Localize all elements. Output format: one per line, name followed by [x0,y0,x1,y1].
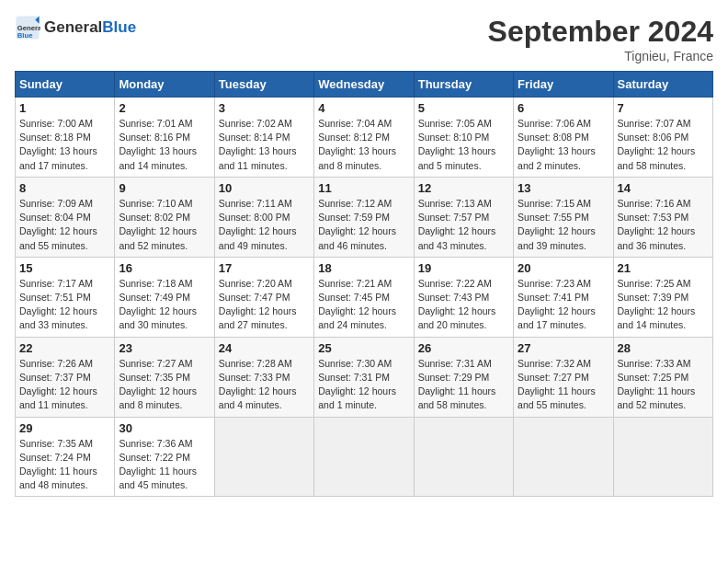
day-number: 28 [618,341,709,355]
day-info: Sunrise: 7:15 AMSunset: 7:55 PMDaylight:… [518,198,596,251]
col-saturday: Saturday [613,72,712,98]
day-number: 17 [219,261,310,275]
day-number: 9 [119,181,210,195]
day-info: Sunrise: 7:25 AMSunset: 7:39 PMDaylight:… [618,278,696,331]
table-row: 20Sunrise: 7:23 AMSunset: 7:41 PMDayligh… [514,257,613,337]
table-row [514,417,613,497]
day-info: Sunrise: 7:02 AMSunset: 8:14 PMDaylight:… [219,118,297,171]
day-number: 16 [119,261,210,275]
table-row: 4Sunrise: 7:04 AMSunset: 8:12 PMDaylight… [314,98,414,178]
day-info: Sunrise: 7:31 AMSunset: 7:29 PMDaylight:… [418,358,496,411]
header: General Blue GeneralBlue September 2024 … [15,15,713,63]
logo: General Blue GeneralBlue [15,15,136,40]
day-info: Sunrise: 7:36 AMSunset: 7:22 PMDaylight:… [119,438,197,491]
table-row: 11Sunrise: 7:12 AMSunset: 7:59 PMDayligh… [314,177,414,257]
table-row: 14Sunrise: 7:16 AMSunset: 7:53 PMDayligh… [613,177,712,257]
day-info: Sunrise: 7:23 AMSunset: 7:41 PMDaylight:… [518,278,596,331]
day-info: Sunrise: 7:17 AMSunset: 7:51 PMDaylight:… [19,278,97,331]
col-wednesday: Wednesday [314,72,414,98]
calendar-row: 22Sunrise: 7:26 AMSunset: 7:37 PMDayligh… [16,337,713,417]
table-row: 23Sunrise: 7:27 AMSunset: 7:35 PMDayligh… [115,337,214,417]
day-number: 26 [418,341,509,355]
title-area: September 2024 Tignieu, France [488,15,713,63]
day-info: Sunrise: 7:09 AMSunset: 8:04 PMDaylight:… [19,198,97,251]
day-info: Sunrise: 7:33 AMSunset: 7:25 PMDaylight:… [618,358,696,411]
col-sunday: Sunday [16,72,115,98]
col-tuesday: Tuesday [214,72,313,98]
table-row: 25Sunrise: 7:30 AMSunset: 7:31 PMDayligh… [314,337,414,417]
table-row [214,417,313,497]
table-row [613,417,712,497]
day-info: Sunrise: 7:04 AMSunset: 8:12 PMDaylight:… [318,118,396,171]
day-info: Sunrise: 7:27 AMSunset: 7:35 PMDaylight:… [119,358,197,411]
table-row: 30Sunrise: 7:36 AMSunset: 7:22 PMDayligh… [115,417,214,497]
day-info: Sunrise: 7:35 AMSunset: 7:24 PMDaylight:… [19,438,97,491]
table-row: 3Sunrise: 7:02 AMSunset: 8:14 PMDaylight… [214,98,313,178]
table-row: 18Sunrise: 7:21 AMSunset: 7:45 PMDayligh… [314,257,414,337]
day-info: Sunrise: 7:13 AMSunset: 7:57 PMDaylight:… [418,198,496,251]
table-row: 28Sunrise: 7:33 AMSunset: 7:25 PMDayligh… [613,337,712,417]
month-title: September 2024 [488,15,713,49]
day-number: 21 [618,261,709,275]
table-row: 21Sunrise: 7:25 AMSunset: 7:39 PMDayligh… [613,257,712,337]
day-number: 7 [618,101,709,115]
table-row: 26Sunrise: 7:31 AMSunset: 7:29 PMDayligh… [414,337,513,417]
day-number: 15 [19,261,110,275]
col-monday: Monday [115,72,214,98]
day-number: 5 [418,101,509,115]
day-info: Sunrise: 7:11 AMSunset: 8:00 PMDaylight:… [219,198,297,251]
day-number: 4 [318,101,409,115]
day-info: Sunrise: 7:32 AMSunset: 7:27 PMDaylight:… [518,358,596,411]
calendar-table: Sunday Monday Tuesday Wednesday Thursday… [15,71,713,497]
day-info: Sunrise: 7:07 AMSunset: 8:06 PMDaylight:… [618,118,696,171]
table-row: 19Sunrise: 7:22 AMSunset: 7:43 PMDayligh… [414,257,513,337]
day-number: 10 [219,181,310,195]
day-info: Sunrise: 7:26 AMSunset: 7:37 PMDaylight:… [19,358,97,411]
location-title: Tignieu, France [488,49,713,63]
day-info: Sunrise: 7:20 AMSunset: 7:47 PMDaylight:… [219,278,297,331]
day-info: Sunrise: 7:22 AMSunset: 7:43 PMDaylight:… [418,278,496,331]
day-info: Sunrise: 7:05 AMSunset: 8:10 PMDaylight:… [418,118,496,171]
day-info: Sunrise: 7:00 AMSunset: 8:18 PMDaylight:… [19,118,97,171]
day-number: 24 [219,341,310,355]
col-thursday: Thursday [414,72,513,98]
table-row: 13Sunrise: 7:15 AMSunset: 7:55 PMDayligh… [514,177,613,257]
day-number: 29 [19,421,110,435]
table-row: 27Sunrise: 7:32 AMSunset: 7:27 PMDayligh… [514,337,613,417]
day-number: 23 [119,341,210,355]
calendar-row: 29Sunrise: 7:35 AMSunset: 7:24 PMDayligh… [16,417,713,497]
logo-general: General [44,18,102,36]
table-row: 24Sunrise: 7:28 AMSunset: 7:33 PMDayligh… [214,337,313,417]
day-number: 20 [518,261,609,275]
day-header-row: Sunday Monday Tuesday Wednesday Thursday… [16,72,713,98]
day-info: Sunrise: 7:21 AMSunset: 7:45 PMDaylight:… [318,278,396,331]
table-row: 17Sunrise: 7:20 AMSunset: 7:47 PMDayligh… [214,257,313,337]
day-info: Sunrise: 7:10 AMSunset: 8:02 PMDaylight:… [119,198,197,251]
day-number: 8 [19,181,110,195]
table-row: 9Sunrise: 7:10 AMSunset: 8:02 PMDaylight… [115,177,214,257]
calendar-row: 8Sunrise: 7:09 AMSunset: 8:04 PMDaylight… [16,177,713,257]
day-number: 18 [318,261,409,275]
day-number: 14 [618,181,709,195]
day-number: 30 [119,421,210,435]
table-row: 5Sunrise: 7:05 AMSunset: 8:10 PMDaylight… [414,98,513,178]
logo-blue: Blue [102,18,136,36]
day-number: 12 [418,181,509,195]
day-number: 27 [518,341,609,355]
table-row: 15Sunrise: 7:17 AMSunset: 7:51 PMDayligh… [16,257,115,337]
day-info: Sunrise: 7:18 AMSunset: 7:49 PMDaylight:… [119,278,197,331]
day-number: 19 [418,261,509,275]
day-number: 2 [119,101,210,115]
table-row: 22Sunrise: 7:26 AMSunset: 7:37 PMDayligh… [16,337,115,417]
table-row [414,417,513,497]
logo-icon: General Blue [15,15,40,40]
day-number: 25 [318,341,409,355]
day-info: Sunrise: 7:16 AMSunset: 7:53 PMDaylight:… [618,198,696,251]
table-row: 8Sunrise: 7:09 AMSunset: 8:04 PMDaylight… [16,177,115,257]
day-number: 1 [19,101,110,115]
svg-text:Blue: Blue [17,31,33,40]
table-row: 6Sunrise: 7:06 AMSunset: 8:08 PMDaylight… [514,98,613,178]
day-number: 22 [19,341,110,355]
day-info: Sunrise: 7:28 AMSunset: 7:33 PMDaylight:… [219,358,297,411]
table-row: 12Sunrise: 7:13 AMSunset: 7:57 PMDayligh… [414,177,513,257]
